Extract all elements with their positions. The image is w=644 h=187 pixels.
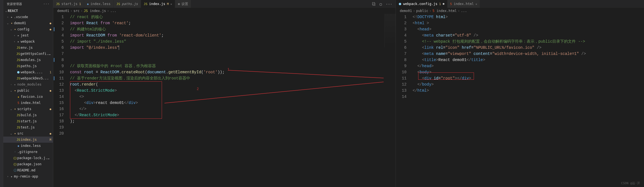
chevron-icon: ⌄ <box>9 28 13 31</box>
tree-item[interactable]: JSwebpackDevS... <box>3 75 53 81</box>
code-line[interactable]: <html > <box>413 20 644 26</box>
editor-body-left[interactable]: 1234567891011121314151617181920 // react… <box>53 14 396 187</box>
tree-item[interactable]: ›▸node_modules <box>3 81 53 88</box>
tree-item[interactable]: ⬢webpack....1 <box>3 69 53 75</box>
code-line[interactable]: <link rel="icon" href="%PUBLIC_URL%/favi… <box>413 45 644 51</box>
code-line[interactable]: import ReactDOM from 'react-dom/client'; <box>70 32 396 38</box>
code-line[interactable]: <React.StrictMode> <box>70 88 396 94</box>
tree-item[interactable]: JSstart.js <box>3 118 53 124</box>
code-line[interactable] <box>70 130 396 137</box>
code-line[interactable]: import React from 'react'; <box>70 20 396 26</box>
tree-item[interactable]: ⌄▾public● <box>3 88 53 94</box>
breadcrumb-item[interactable]: demo01 <box>57 9 69 13</box>
tree-item[interactable]: JSindex.jsM <box>3 137 53 143</box>
folder-icon: ▸ <box>9 15 14 19</box>
breadcrumb-item[interactable]: ... <box>461 9 467 13</box>
tree-item[interactable]: ⌄▾config● <box>3 26 53 32</box>
tree-item[interactable]: ⌄▾src● <box>3 130 53 137</box>
close-icon[interactable]: ✕ <box>170 3 172 6</box>
code-line[interactable]: </body> <box>413 81 644 88</box>
tree-item[interactable]: {}package-lock.j... <box>3 155 53 161</box>
tree-item[interactable]: JSenv.js <box>3 45 53 51</box>
code-line[interactable]: // 基于render方法渲染视图，渲染后的内容全部出入到root容器中 <box>70 75 396 81</box>
breadcrumb-item[interactable]: src <box>74 9 80 13</box>
tree-item[interactable]: ⌄▾demo01● <box>3 20 53 26</box>
tab[interactable]: JSstart.js1 <box>53 0 84 8</box>
file-tree[interactable]: ⌄ REACT ›▸.vscode⌄▾demo01●⌄▾config●›▸jes… <box>3 8 53 187</box>
tree-item[interactable]: ◆index.less <box>3 143 53 149</box>
code-line[interactable]: <meta charset="utf-8" /> <box>413 32 644 38</box>
tab-action-icon[interactable]: ··· <box>386 2 392 6</box>
tab[interactable]: ◆index.less <box>84 0 114 8</box>
breadcrumb-item[interactable]: ... <box>110 9 116 13</box>
code-line[interactable]: <title>React demo01</title> <box>413 57 644 63</box>
code-line[interactable]: // 构建html的核心 <box>70 26 396 32</box>
code-line[interactable]: // 获取页面模版中的 #root 容器，作为根容器 <box>70 63 396 69</box>
tab[interactable]: ⚙设置 <box>175 0 191 8</box>
tree-item[interactable]: JSpaths.js <box>3 63 53 69</box>
tree-item[interactable]: ›▸my-remix-app <box>3 173 53 179</box>
editor-body-right[interactable]: 1234567891011121314 <!DOCTYPE html><html… <box>396 14 644 187</box>
code-line[interactable]: <meta name="viewport" content="width=dev… <box>413 51 644 57</box>
line-number: 3 <box>53 26 64 32</box>
code-line[interactable] <box>70 51 396 57</box>
code-line[interactable]: // react 的核心 <box>70 14 396 20</box>
tree-item[interactable]: ›▸webpack <box>3 38 53 45</box>
breadcrumb-item[interactable]: demo01 <box>400 9 412 13</box>
code-left[interactable]: // react 的核心import React from 'react';//… <box>67 14 396 187</box>
code-line[interactable]: <div>react demo01</div> <box>70 100 396 106</box>
tree-item[interactable]: JSmodules.js <box>3 57 53 63</box>
tree-item[interactable]: JStest.js <box>3 124 53 130</box>
tab-action-icon[interactable]: ⿻ <box>372 2 376 6</box>
breadcrumb-item[interactable]: JS index.js <box>84 9 106 13</box>
tree-item[interactable]: ◦.gitignore <box>3 149 53 155</box>
tab-bar-right[interactable]: ⬢webpack.config.js15index.html✕ <box>396 0 644 8</box>
code-line[interactable]: import "@/index.less" <box>70 45 396 51</box>
tab-action-icon[interactable]: ▢ <box>380 2 382 6</box>
tree-item[interactable]: JSgetHttpsConfi... <box>3 51 53 57</box>
code-line[interactable]: </> <box>70 106 396 112</box>
tree-item[interactable]: ›▸.vscode <box>3 14 53 20</box>
tree-item[interactable]: 5index.html <box>3 100 53 106</box>
code-line[interactable]: </head> <box>413 63 644 69</box>
close-icon[interactable]: ✕ <box>475 3 477 6</box>
code-line[interactable]: </html> <box>413 88 644 94</box>
code-line[interactable]: root.render( <box>70 81 396 88</box>
tab[interactable]: JSpaths.js <box>114 0 141 8</box>
tab-bar-left[interactable]: JSstart.js1◆index.lessJSpaths.jsJSindex.… <box>53 0 396 8</box>
breadcrumb-item[interactable]: public <box>416 9 428 13</box>
code-line[interactable]: <body> <box>413 69 644 75</box>
code-line[interactable] <box>413 94 644 100</box>
tree-item[interactable]: {}package.json <box>3 161 53 167</box>
code-line[interactable]: <head> <box>413 26 644 32</box>
git-dot-icon: ● <box>49 22 51 25</box>
tree-item[interactable]: ★favicon.ico <box>3 94 53 100</box>
explorer-title: 资源管理器 <box>7 2 22 6</box>
tab[interactable]: JSindex.jsM✕ <box>141 0 175 8</box>
code-line[interactable]: <> <box>70 94 396 100</box>
code-line[interactable]: <div id="root"></div> <box>413 75 644 81</box>
tab[interactable]: 5index.html✕ <box>447 0 480 8</box>
tab[interactable]: ⬢webpack.config.js1 <box>396 0 447 8</box>
breadcrumbs-left[interactable]: demo01› src›JS index.js› ... <box>53 8 396 14</box>
code-line[interactable]: </React.StrictMode> <box>70 112 396 118</box>
line-number: 6 <box>396 45 406 51</box>
breadcrumbs-right[interactable]: demo01› public›5 index.html› ... <box>396 8 644 14</box>
tree-item[interactable]: ⌄▾scripts● <box>3 106 53 112</box>
code-line[interactable]: <!-- webpack 打包规则的配置，会自动解析编码字符串：表示，publi… <box>413 38 644 45</box>
tree-item[interactable]: ⓘREADME.md <box>3 167 53 173</box>
code-line[interactable] <box>70 124 396 130</box>
code-line[interactable] <box>70 57 396 63</box>
tree-root[interactable]: ⌄ REACT <box>3 8 53 14</box>
breadcrumb-item[interactable]: 5 index.html <box>432 9 457 13</box>
tree-item[interactable]: JSbuild.js <box>3 112 53 118</box>
code-line[interactable]: const root = ReactDOM.createRoot(documen… <box>70 69 396 75</box>
tree-item[interactable]: ›▸jest <box>3 32 53 38</box>
code-line[interactable]: // import "./index.less" <box>70 38 396 45</box>
activity-bar[interactable] <box>0 0 3 187</box>
code-line[interactable]: ); <box>70 118 396 124</box>
code-line[interactable]: <!DOCTYPE html> <box>413 14 644 20</box>
minimap-left[interactable] <box>384 14 396 47</box>
more-icon[interactable]: ··· <box>43 2 50 6</box>
code-right[interactable]: <!DOCTYPE html><html > <head> <meta char… <box>410 14 644 187</box>
